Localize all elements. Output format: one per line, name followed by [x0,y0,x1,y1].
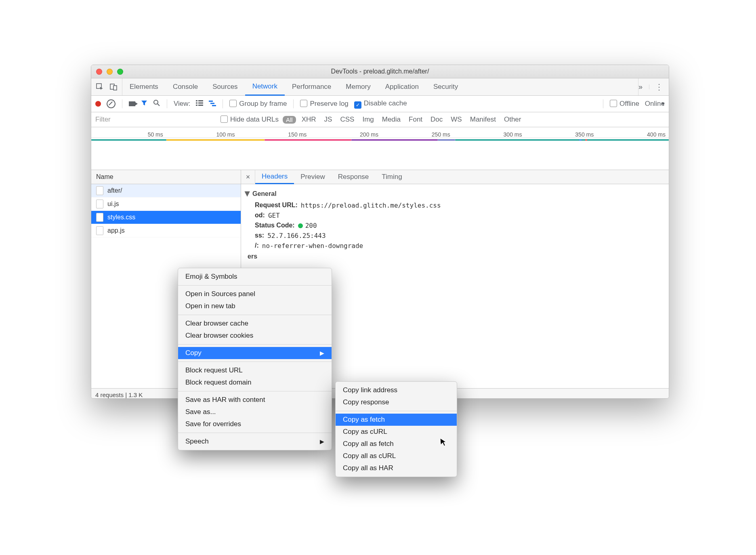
menu-item[interactable]: Clear browser cache [178,317,332,330]
response-headers-section[interactable]: ers [245,253,665,260]
name-column-header[interactable]: Name [91,170,241,184]
menu-item[interactable]: Save for overrides [178,418,332,430]
request-row[interactable]: after/ [91,184,241,198]
tab-network[interactable]: Network [245,78,285,96]
context-menu[interactable]: Emoji & SymbolsOpen in Sources panelOpen… [178,268,332,450]
filter-type-font[interactable]: Font [406,116,425,124]
filter-input[interactable]: Filter [91,116,220,124]
filter-type-media[interactable]: Media [380,116,403,124]
filter-type-ws[interactable]: WS [448,116,464,124]
menu-item[interactable]: Save as... [178,406,332,418]
file-icon [96,213,103,222]
menu-item[interactable]: Copy response [336,396,457,408]
filter-type-all[interactable]: All [283,116,296,124]
throttling-caret-icon[interactable]: ▼ [661,101,666,107]
menu-item[interactable]: Block request domain [178,376,332,389]
filter-type-css[interactable]: CSS [338,116,357,124]
request-name: styles.css [107,214,135,221]
filter-type-doc[interactable]: Doc [428,116,445,124]
copy-submenu[interactable]: Copy link addressCopy responseCopy as fe… [335,381,457,477]
window-zoom-button[interactable] [117,69,123,75]
hide-data-urls-checkbox[interactable]: Hide data URLs [220,116,279,124]
menu-item-label: Block request URL [185,366,243,374]
waterfall-icon[interactable] [209,100,216,108]
preserve-log-checkbox[interactable]: Preserve log [300,100,348,108]
menu-item[interactable]: Open in new tab [178,300,332,312]
details-tab-response[interactable]: Response [332,170,376,184]
svg-rect-9 [196,105,197,106]
file-icon [96,226,103,235]
svg-rect-13 [212,105,216,106]
search-icon[interactable] [153,99,160,109]
network-timeline[interactable]: 50 ms100 ms150 ms200 ms250 ms300 ms350 m… [91,127,669,170]
window-close-button[interactable] [96,69,102,75]
menu-item[interactable]: Block request URL [178,364,332,376]
menu-item[interactable]: Copy all as fetch [336,438,457,450]
menu-item-label: Copy as fetch [343,416,385,424]
menu-item[interactable]: Copy all as HAR [336,462,457,474]
header-key: Status Code: [255,222,295,229]
capture-screenshots-icon[interactable] [129,101,135,106]
tab-application[interactable]: Application [378,78,426,95]
header-value: GET [268,212,280,219]
details-tab-timing[interactable]: Timing [375,170,408,184]
device-toggle-icon[interactable] [110,83,117,90]
kebab-menu-icon[interactable]: ⋮ [649,84,663,89]
menu-item[interactable]: Clear browser cookies [178,330,332,342]
file-icon [96,186,103,195]
details-tabs: × HeadersPreviewResponseTiming [241,170,669,184]
request-row[interactable]: styles.css [91,211,241,224]
menu-item[interactable]: Copy as cURL [336,426,457,438]
group-by-frame-checkbox[interactable]: Group by frame [229,100,287,108]
filter-type-js[interactable]: JS [322,116,335,124]
request-row[interactable]: ui.js [91,198,241,211]
disable-cache-checkbox[interactable]: ✓Disable cache [354,99,407,109]
window-minimize-button[interactable] [107,69,113,75]
general-section[interactable]: ▶General [245,190,665,198]
tab-sources[interactable]: Sources [205,78,245,95]
timeline-bar [438,139,455,141]
menu-item[interactable]: Emoji & Symbols [178,271,332,283]
menu-item[interactable]: Save as HAR with content [178,394,332,406]
header-value: 52.7.166.25:443 [267,232,326,240]
menu-item[interactable]: Copy as fetch [336,414,457,426]
close-details-button[interactable]: × [241,170,255,184]
details-tab-headers[interactable]: Headers [255,170,294,184]
request-name: after/ [107,187,122,194]
tab-console[interactable]: Console [166,78,205,95]
timeline-bar [579,139,582,141]
menu-item[interactable]: Open in Sources panel [178,288,332,300]
filter-toggle-icon[interactable] [141,100,147,108]
menu-item[interactable]: Copy all as cURL [336,450,457,462]
inspect-icon[interactable] [96,83,103,90]
large-rows-icon[interactable] [196,100,203,107]
offline-checkbox[interactable]: Offline [610,100,639,108]
more-tabs-icon[interactable]: » [638,83,643,91]
menu-item[interactable]: Copy▶ [178,347,332,359]
filter-type-manifest[interactable]: Manifest [468,116,498,124]
status-text: 4 requests | 1.3 K [95,391,143,398]
menu-item-label: Copy as cURL [343,428,387,436]
menu-item-label: Copy all as cURL [343,452,396,460]
filter-bar: Filter Hide data URLs AllXHRJSCSSImgMedi… [91,112,669,127]
record-button[interactable] [95,101,101,107]
menu-item[interactable]: Copy link address [336,384,457,396]
clear-button[interactable] [107,99,116,108]
details-tab-preview[interactable]: Preview [294,170,331,184]
tab-performance[interactable]: Performance [285,78,338,95]
menu-item-label: Clear browser cookies [185,332,253,340]
tab-memory[interactable]: Memory [338,78,378,95]
filter-type-img[interactable]: Img [360,116,376,124]
menu-item[interactable]: Speech▶ [178,435,332,448]
tab-security[interactable]: Security [426,78,465,95]
tab-elements[interactable]: Elements [122,78,166,95]
header-value: https://preload.glitch.me/styles.css [301,202,441,209]
timeline-tick: 400 ms [595,131,667,138]
timeline-bar [585,139,588,141]
header-key: /: [255,242,259,250]
timeline-tick: 250 ms [380,131,452,138]
filter-type-other[interactable]: Other [502,116,524,124]
svg-rect-10 [198,105,203,106]
request-row[interactable]: app.js [91,224,241,238]
filter-type-xhr[interactable]: XHR [299,116,319,124]
